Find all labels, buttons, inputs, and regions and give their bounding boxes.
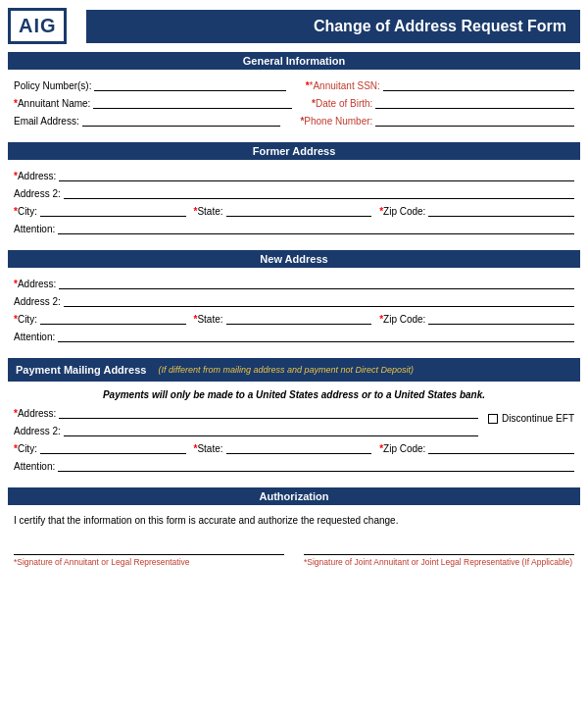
- policy-number-label: Policy Number(s):: [14, 80, 91, 91]
- former-address1-row: *Address:: [14, 168, 574, 181]
- payment-address-header-row: Payment Mailing Address (If different fr…: [8, 358, 580, 382]
- former-address2-label: Address 2:: [14, 188, 61, 199]
- payment-attention-input[interactable]: [58, 458, 574, 472]
- payment-address2-label: Address 2:: [14, 426, 61, 436]
- discontinue-eft-area: Discontinue EFT: [478, 409, 574, 424]
- payment-address-header: Payment Mailing Address: [16, 361, 154, 379]
- former-address1-label: *Address:: [14, 171, 56, 181]
- former-city-label: *City:: [14, 206, 37, 217]
- former-attention-label: Attention:: [14, 224, 55, 234]
- former-zip-label: *Zip Code:: [379, 206, 425, 217]
- new-attention-label: Attention:: [14, 332, 55, 342]
- authorization-header: Authorization: [8, 487, 580, 505]
- new-address-header: New Address: [8, 250, 580, 268]
- former-address2-input[interactable]: [64, 185, 574, 199]
- new-address2-row: Address 2:: [14, 293, 574, 307]
- payment-address1-label: *Address:: [14, 408, 56, 419]
- general-information-section: General Information Policy Number(s): **…: [8, 52, 580, 134]
- phone-input[interactable]: [375, 113, 574, 127]
- discontinue-eft-label: Discontinue EFT: [502, 413, 574, 424]
- former-address-section: Former Address *Address: Address 2: *Cit…: [8, 142, 580, 242]
- former-city-row: *City: *State: *Zip Code:: [14, 203, 574, 217]
- payment-state-input[interactable]: [226, 440, 372, 454]
- dob-label: *Date of Birth:: [312, 98, 372, 109]
- annuitant-ssn-input[interactable]: [383, 77, 574, 91]
- email-label: Email Address:: [14, 116, 79, 127]
- former-address-header: Former Address: [8, 142, 580, 160]
- payment-city-label: *City:: [14, 443, 37, 454]
- payment-city-input[interactable]: [40, 440, 186, 454]
- new-city-label: *City:: [14, 314, 37, 325]
- new-city-input[interactable]: [40, 311, 186, 325]
- authorization-section: Authorization I certify that the informa…: [8, 487, 580, 567]
- payment-address-subtitle: (If different from mailing address and p…: [154, 362, 417, 378]
- new-address1-input[interactable]: [59, 276, 574, 289]
- dob-input[interactable]: [375, 95, 574, 109]
- former-address2-row: Address 2:: [14, 185, 574, 199]
- new-city-row: *City: *State: *Zip Code:: [14, 311, 574, 325]
- signature-row: *Signature of Annuitant or Legal Represe…: [8, 539, 580, 567]
- new-zip-label: *Zip Code:: [379, 314, 425, 325]
- payment-address1-row: *Address:: [14, 405, 478, 419]
- page-header: AIG Change of Address Request Form: [8, 8, 580, 44]
- former-state-input[interactable]: [226, 203, 372, 217]
- payment-address-section: Payment Mailing Address (If different fr…: [8, 358, 580, 480]
- former-state-label: *State:: [194, 206, 223, 217]
- new-address1-label: *Address:: [14, 279, 56, 289]
- payment-zip-label: *Zip Code:: [379, 443, 425, 454]
- signature-block-2: *Signature of Joint Annuitant or Joint L…: [304, 539, 574, 567]
- new-attention-input[interactable]: [58, 329, 574, 342]
- signature-label-2: *Signature of Joint Annuitant or Joint L…: [304, 557, 574, 567]
- annuitant-name-input[interactable]: [93, 95, 292, 109]
- new-state-input[interactable]: [226, 311, 372, 325]
- payment-state-label: *State:: [194, 443, 223, 454]
- discontinue-eft-checkbox[interactable]: [488, 414, 498, 424]
- policy-row: Policy Number(s): **Annuitant SSN:: [14, 77, 574, 91]
- payment-zip-input[interactable]: [428, 440, 574, 454]
- payment-address2-input[interactable]: [64, 423, 478, 436]
- policy-number-input[interactable]: [94, 77, 285, 91]
- payment-attention-row: Attention:: [14, 458, 574, 472]
- new-state-label: *State:: [194, 314, 223, 325]
- signature-label-1: *Signature of Annuitant or Legal Represe…: [14, 557, 284, 567]
- general-info-header: General Information: [8, 52, 580, 70]
- annuitant-name-row: *Annuitant Name: *Date of Birth:: [14, 95, 574, 109]
- annuitant-ssn-label: **Annuitant SSN:: [306, 80, 380, 91]
- email-input[interactable]: [82, 113, 281, 127]
- signature-line-1[interactable]: [14, 539, 284, 555]
- signature-block-1: *Signature of Annuitant or Legal Represe…: [14, 539, 284, 567]
- payment-city-row: *City: *State: *Zip Code:: [14, 440, 574, 454]
- new-address2-label: Address 2:: [14, 296, 61, 307]
- payment-attention-label: Attention:: [14, 461, 55, 472]
- new-address1-row: *Address:: [14, 276, 574, 289]
- former-address1-input[interactable]: [59, 168, 574, 181]
- former-attention-input[interactable]: [58, 221, 574, 234]
- payment-address2-row: Address 2:: [14, 423, 478, 436]
- new-zip-input[interactable]: [428, 311, 574, 325]
- payment-address1-input[interactable]: [59, 405, 478, 419]
- signature-line-2[interactable]: [304, 539, 574, 555]
- payment-note: Payments will only be made to a United S…: [14, 389, 574, 400]
- form-title: Change of Address Request Form: [86, 10, 580, 43]
- new-address2-input[interactable]: [64, 293, 574, 307]
- phone-label: *Phone Number:: [300, 116, 372, 127]
- annuitant-name-label: *Annuitant Name:: [14, 98, 90, 109]
- new-attention-row: Attention:: [14, 329, 574, 342]
- email-row: Email Address: *Phone Number:: [14, 113, 574, 127]
- former-zip-input[interactable]: [428, 203, 574, 217]
- former-attention-row: Attention:: [14, 221, 574, 234]
- new-address-section: New Address *Address: Address 2: *City: …: [8, 250, 580, 350]
- aig-logo: AIG: [8, 8, 67, 44]
- authorization-text: I certify that the information on this f…: [8, 511, 580, 530]
- former-city-input[interactable]: [40, 203, 186, 217]
